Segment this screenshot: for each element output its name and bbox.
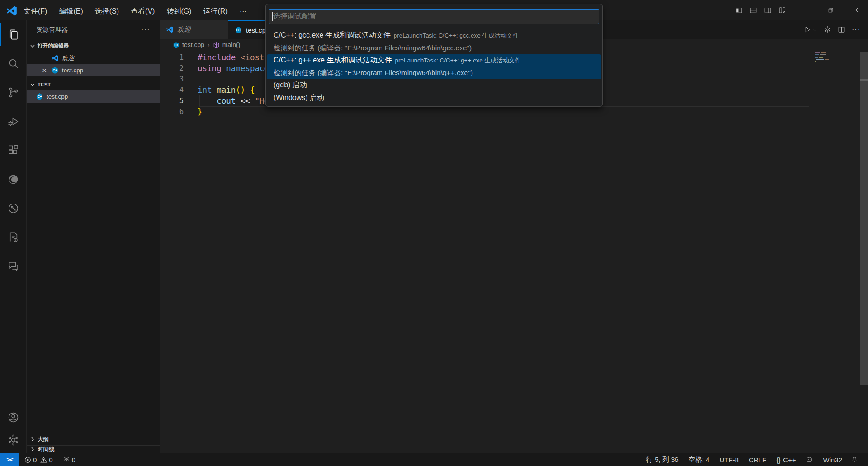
sidebar-more-icon[interactable]: ··· xyxy=(141,25,150,34)
notifications-bell-icon[interactable] xyxy=(847,453,862,466)
symbol-cube-icon xyxy=(213,42,220,48)
timeline-section[interactable]: 时间线 xyxy=(27,445,160,453)
eol-status[interactable]: CRLF xyxy=(744,453,771,466)
code-line: 6} xyxy=(160,106,868,117)
circle-branch-icon[interactable] xyxy=(0,194,27,223)
radio-tower-icon xyxy=(63,456,70,463)
open-editor-testcpp[interactable]: ✕ C+ test.cpp xyxy=(27,64,160,76)
cpp-file-icon: C+ xyxy=(36,93,43,100)
eol-label: CRLF xyxy=(749,456,766,464)
line-number: 4 xyxy=(160,85,184,95)
menu-more[interactable]: ⋯ xyxy=(234,2,253,20)
encoding-label: UTF-8 xyxy=(719,456,739,464)
cursor-position-label: 行 5, 列 36 xyxy=(646,456,679,464)
quickpick-item-gpp[interactable]: C/C++: g++.exe 生成和调试活动文件preLaunchTask: C… xyxy=(267,54,601,79)
editor-more-icon[interactable]: ··· xyxy=(849,20,863,39)
toggle-sidebar-button[interactable] xyxy=(731,0,746,20)
problems-status[interactable]: 0 0 xyxy=(19,453,58,466)
vscode-logo-icon xyxy=(51,54,59,62)
status-bar: >< 0 0 0 行 5, 列 36 空格: 4 UTF-8 CRLF {}C+… xyxy=(0,453,868,466)
quickpick-placeholder: 选择调试配置 xyxy=(273,12,316,21)
code-editor[interactable]: 1#include <iostream> 2using namespace st… xyxy=(160,51,868,453)
vscode-logo xyxy=(6,5,18,17)
tree-item-testcpp[interactable]: C+ test.cpp xyxy=(27,90,160,103)
chevron-right-icon xyxy=(29,446,36,453)
quickpick-item-gcc[interactable]: C/C++: gcc.exe 生成和调试活动文件preLaunchTask: C… xyxy=(267,29,601,54)
encoding-status[interactable]: UTF-8 xyxy=(714,453,744,466)
cpp-tools-icon[interactable] xyxy=(0,223,27,252)
feedback-icon[interactable] xyxy=(801,453,818,466)
outline-section[interactable]: 大纲 xyxy=(27,433,160,445)
close-icon[interactable]: ✕ xyxy=(40,67,49,74)
account-icon[interactable] xyxy=(0,406,27,428)
open-editor-label: 欢迎 xyxy=(62,54,74,62)
editor-actions: ··· xyxy=(801,20,863,39)
indentation-status[interactable]: 空格: 4 xyxy=(684,453,715,466)
cpp-file-icon: C+ xyxy=(51,67,59,74)
quickpick-input[interactable]: 选择调试配置 xyxy=(269,9,599,24)
timeline-label: 时间线 xyxy=(38,446,55,453)
chevron-down-icon xyxy=(29,43,36,50)
remote-indicator[interactable]: >< xyxy=(0,453,19,466)
source-control-icon[interactable] xyxy=(0,78,27,107)
breadcrumb-separator: › xyxy=(208,41,210,48)
menu-view[interactable]: 查看(V) xyxy=(125,2,160,20)
quickpick-list: C/C++: gcc.exe 生成和调试活动文件preLaunchTask: C… xyxy=(266,29,602,104)
quickpick-item-detail: 检测到的任务 (编译器: "E:\Program Files\mingw64\b… xyxy=(274,67,594,80)
language-mode[interactable]: {}C++ xyxy=(771,453,801,466)
menu-goto[interactable]: 转到(G) xyxy=(160,2,197,20)
breadcrumb-file[interactable]: test.cpp xyxy=(182,41,204,48)
quickpick-item-detail: 检测到的任务 (编译器: "E:\Program Files\mingw64\b… xyxy=(274,42,594,55)
restore-button[interactable] xyxy=(818,0,843,20)
editor-scrollbar[interactable] xyxy=(860,52,868,385)
minimize-button[interactable] xyxy=(793,0,818,20)
line-number: 1 xyxy=(160,52,184,63)
warning-count: 0 xyxy=(49,456,52,464)
chat-comments-icon[interactable] xyxy=(0,252,27,281)
quickpick-item-label: C/C++: gcc.exe 生成和调试活动文件 xyxy=(274,31,391,40)
edge-browser-icon[interactable] xyxy=(0,165,27,194)
platform-label: Win32 xyxy=(823,456,842,464)
folder-label: TEST xyxy=(38,82,51,87)
line-number: 2 xyxy=(160,63,184,74)
platform-status[interactable]: Win32 xyxy=(818,453,847,466)
breadcrumb-symbol[interactable]: main() xyxy=(222,41,241,48)
quickpick-item-label: (gdb) 启动 xyxy=(274,81,307,90)
scrollbar-tick xyxy=(860,79,868,81)
tab-label: 欢迎 xyxy=(177,25,191,34)
open-editors-header[interactable]: 打开的编辑器 xyxy=(27,40,160,52)
folder-test-header[interactable]: TEST xyxy=(27,78,160,90)
explorer-icon[interactable] xyxy=(0,20,27,49)
quickpick-item-windows[interactable]: (Windows) 启动 xyxy=(267,92,601,105)
ports-count: 0 xyxy=(72,456,75,464)
vscode-logo-icon xyxy=(166,26,174,33)
menu-bar: 文件(F) 编辑(E) 选择(S) 查看(V) 转到(G) 运行(R) ⋯ xyxy=(18,2,253,20)
quickpick-item-description: preLaunchTask: C/C++: g++.exe 生成活动文件 xyxy=(395,57,521,65)
menu-file[interactable]: 文件(F) xyxy=(18,2,53,20)
run-settings-gear-icon[interactable] xyxy=(821,20,835,39)
tree-item-label: test.cpp xyxy=(47,93,68,100)
split-editor-icon[interactable] xyxy=(835,20,849,39)
tab-welcome[interactable]: 欢迎 xyxy=(160,20,228,39)
run-button[interactable] xyxy=(801,20,821,39)
svg-text:C+: C+ xyxy=(236,28,241,32)
quickpick-item-label: (Windows) 启动 xyxy=(274,93,324,103)
sidebar-title: 资源管理器 ··· xyxy=(27,20,160,40)
menu-selection[interactable]: 选择(S) xyxy=(89,2,125,20)
extensions-icon[interactable] xyxy=(0,136,27,165)
toggle-secondary-sidebar-button[interactable] xyxy=(760,0,775,20)
search-icon[interactable] xyxy=(0,49,27,78)
ports-status[interactable]: 0 xyxy=(58,453,80,466)
customize-layout-button[interactable] xyxy=(775,0,789,20)
open-editor-welcome[interactable]: 欢迎 xyxy=(27,52,160,64)
cursor-position[interactable]: 行 5, 列 36 xyxy=(641,453,684,466)
close-button[interactable] xyxy=(843,0,868,20)
menu-run[interactable]: 运行(R) xyxy=(198,2,234,20)
line-number: 6 xyxy=(160,106,184,117)
menu-edit[interactable]: 编辑(E) xyxy=(53,2,89,20)
quickpick-item-gdb[interactable]: (gdb) 启动 xyxy=(267,79,601,92)
run-debug-icon[interactable] xyxy=(0,107,27,136)
cpp-file-icon: C+ xyxy=(173,42,179,48)
settings-gear-icon[interactable] xyxy=(0,428,27,451)
toggle-panel-button[interactable] xyxy=(746,0,760,20)
